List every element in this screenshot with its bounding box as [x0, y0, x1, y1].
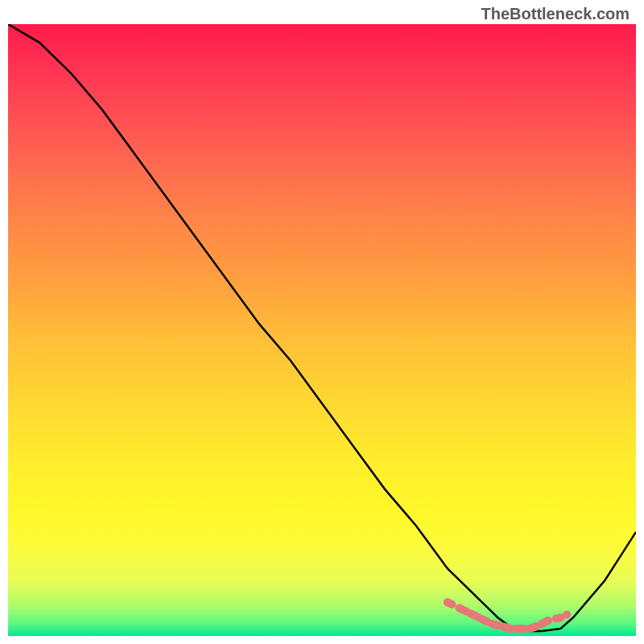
optimal-marker-dot — [488, 620, 496, 628]
optimal-marker-dot — [462, 608, 470, 616]
watermark-text: TheBottleneck.com — [481, 5, 630, 23]
marker-group — [444, 598, 571, 633]
optimal-marker-dot — [475, 613, 483, 621]
optimal-marker-dot — [563, 610, 571, 618]
bottleneck-curve — [8, 24, 636, 631]
curve-group — [8, 24, 636, 631]
chart-svg — [8, 24, 636, 636]
chart-area — [8, 24, 636, 636]
optimal-marker-dot — [513, 625, 521, 633]
optimal-marker-dot — [444, 598, 452, 606]
optimal-marker-dot — [544, 617, 552, 625]
